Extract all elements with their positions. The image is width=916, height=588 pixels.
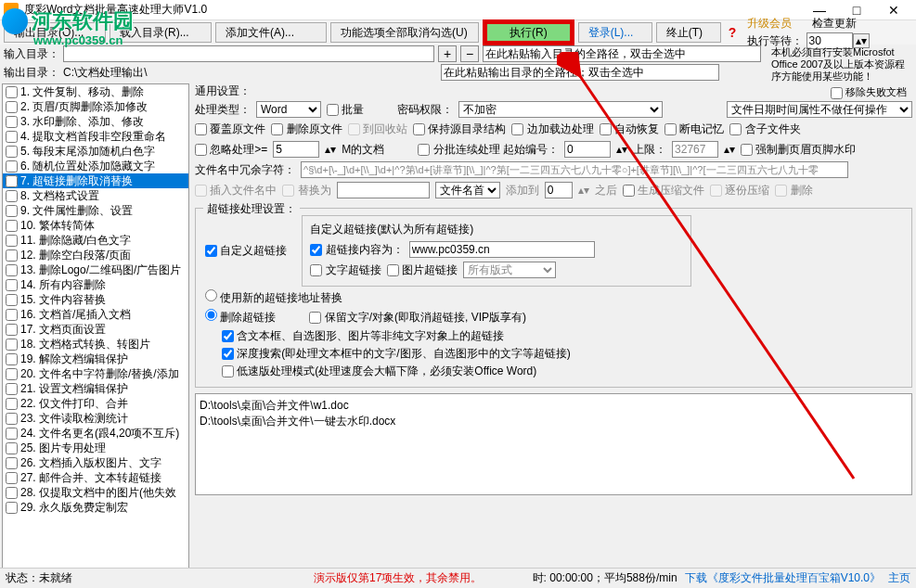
spinner-icon[interactable]: ▴▾ [616, 143, 627, 156]
ignore-cb[interactable]: 忽略处理>= [195, 142, 267, 158]
install-note: 本机必须自行安装Microsfot Office 2007及以上版本资源程序方能… [771, 46, 910, 83]
use-new-radio[interactable]: 使用新的超链接地址替换 [205, 289, 342, 306]
fname-pos-select[interactable]: 文件名首 [435, 182, 500, 198]
replace-as-cb[interactable]: 替换为 [282, 183, 330, 198]
sidebar-item-6[interactable]: 6. 随机位置处添加隐藏文字 [3, 159, 188, 173]
close-button[interactable]: ✕ [875, 1, 912, 19]
overwrite-cb[interactable]: 覆盖原文件 [195, 121, 265, 137]
force-hdr-cb[interactable]: 强制删页眉页脚水印 [741, 142, 856, 158]
log-output[interactable]: D:\tools\桌面\合并文件\w1.doc D:\tools\桌面\合并文件… [195, 393, 912, 495]
remove-input-button[interactable]: − [460, 45, 479, 62]
sidebar-item-19[interactable]: 19. 解除文档编辑保护 [3, 352, 188, 366]
replace-input[interactable] [337, 182, 430, 198]
sidebar-item-16[interactable]: 16. 文档首/尾插入文档 [3, 307, 188, 322]
sidebar-item-7[interactable]: 7. 超链接删除取消替换 [3, 173, 188, 188]
content-is-cb[interactable]: 超链接内容为： [310, 242, 403, 258]
inc-textbox-cb[interactable]: 含文本框、自选图形、图片等非纯文字对象上的超链接 [222, 328, 504, 344]
demo-notice: 演示版仅第17项生效，其余禁用。 [314, 570, 482, 586]
custom-link-cb[interactable]: 自定义超链接 [205, 243, 287, 259]
sidebar-item-17[interactable]: 17. 文档页面设置 [3, 322, 188, 337]
sidebar-item-20[interactable]: 20. 文件名中字符删除/替换/添加 [3, 366, 188, 381]
sidebar-item-10[interactable]: 10. 繁体转简体 [3, 218, 188, 233]
deep-search-cb[interactable]: 深度搜索(即处理文本框中的文字/图形、自选图形中的文字等超链接) [222, 346, 571, 362]
stop-button[interactable]: 终止(T) [656, 22, 721, 43]
auto-recover-cb[interactable]: 自动恢复 [600, 121, 659, 137]
sidebar-item-29[interactable]: 29. 永久版免费定制宏 [3, 500, 188, 515]
link-content-input[interactable] [409, 241, 595, 258]
del-orig-cb[interactable]: 删除原文件 [271, 121, 342, 137]
add-input-button[interactable]: + [438, 45, 457, 62]
download-link[interactable]: 下载《度彩文件批量处理百宝箱V10.0》 [685, 570, 881, 586]
login-button[interactable]: 登录(L)... [578, 22, 652, 43]
sidebar-item-14[interactable]: 14. 所有内容删除 [3, 277, 188, 292]
sidebar-item-26[interactable]: 26. 文档插入版权图片、文字 [3, 455, 188, 470]
fmt-select[interactable]: 所有版式 [463, 262, 556, 278]
sidebar-item-18[interactable]: 18. 文档格式转换、转图片 [3, 337, 188, 352]
sidebar-item-11[interactable]: 11. 删除隐藏/白色文字 [3, 233, 188, 248]
sidebar-item-4[interactable]: 4. 提取文档首段非空段重命名 [3, 129, 188, 144]
spinner-icon[interactable]: ▴▾ [578, 184, 589, 197]
sidebar-item-25[interactable]: 25. 图片专用处理 [3, 441, 188, 455]
sidebar-item-3[interactable]: 3. 水印删除、添加、修改 [3, 114, 188, 129]
output-dir-hint[interactable] [441, 64, 719, 81]
del-link-radio[interactable]: 删除超链接 [205, 309, 276, 326]
img-link-cb[interactable]: 图片超链接 [387, 262, 458, 278]
batch-checkbox[interactable]: 批量 [327, 102, 364, 118]
redundant-input[interactable] [301, 161, 848, 178]
breakpoint-cb[interactable]: 断电记忆 [664, 121, 724, 137]
ignore-val[interactable] [273, 141, 319, 158]
execute-button[interactable]: 执行(R) [485, 22, 572, 43]
sidebar-item-28[interactable]: 28. 仅提取文档中的图片(他失效 [3, 485, 188, 500]
spinner-icon[interactable]: ▴▾ [724, 143, 735, 156]
proc-type-select[interactable]: Word [256, 101, 321, 118]
sidebar-item-5[interactable]: 5. 每段末尾添加随机白色字 [3, 144, 188, 159]
input-dir-hint[interactable] [483, 45, 761, 62]
sidebar-item-22[interactable]: 22. 仅文件打印、合并 [3, 396, 188, 411]
redundant-label: 文件名中冗余字符： [195, 162, 295, 178]
sidebar-item-1[interactable]: 1. 文件复制、移动、删除 [3, 84, 188, 99]
load-dir-button[interactable]: 载入目录(R)... [110, 22, 212, 43]
delete-cb[interactable]: 删除 [775, 183, 812, 198]
spinner-icon[interactable]: ▴▾ [325, 143, 336, 156]
add-to-val[interactable] [545, 182, 573, 198]
sidebar-item-27[interactable]: 27. 邮件合并、文本转超链接 [3, 470, 188, 485]
input-dir-field[interactable] [63, 45, 434, 62]
sidebar-item-23[interactable]: 23. 文件读取检测统计 [3, 411, 188, 426]
sidebar-item-12[interactable]: 12. 删除空白段落/页面 [3, 248, 188, 262]
include-sub-cb[interactable]: 含子文件夹 [729, 121, 800, 137]
sidebar-item-2[interactable]: 2. 页眉/页脚删除添加修改 [3, 99, 188, 114]
app-icon [4, 3, 19, 18]
batch-cont-cb[interactable]: 分批连续处理 起始编号： [418, 142, 559, 158]
sidebar-item-15[interactable]: 15. 文件内容替换 [3, 292, 188, 307]
low-speed-cb[interactable]: 低速版处理模式(处理速度会大幅下降，必须安装Office Word) [222, 364, 536, 379]
status-label: 状态： [6, 570, 39, 586]
sidebar-item-8[interactable]: 8. 文档格式设置 [3, 188, 188, 203]
uncheck-all-button[interactable]: 功能选项全部取消勾选(U) [330, 22, 479, 43]
text-link-cb[interactable]: 文字超链接 [310, 262, 381, 278]
help-icon[interactable]: ? [729, 25, 737, 40]
keep-struct-cb[interactable]: 保持源目录结构 [413, 121, 506, 137]
add-file-button[interactable]: 添加文件(A)... [215, 22, 327, 43]
keep-text-cb[interactable]: 保留文字/对象(即取消超链接, VIP版享有) [309, 310, 526, 326]
sidebar-item-24[interactable]: 24. 文件名更名(跟4,20项不互斥) [3, 426, 188, 441]
sidebar-item-13[interactable]: 13. 删除Logo/二维码图/广告图片 [3, 262, 188, 277]
function-list[interactable]: 1. 文件复制、移动、删除2. 页眉/页脚删除添加修改3. 水印删除、添加、修改… [2, 83, 189, 579]
status-time: 时: 00:00:00；平均588份/min [533, 570, 677, 586]
sidebar-item-21[interactable]: 21. 设置文档编辑保护 [3, 381, 188, 396]
copy-zip-cb[interactable]: 逐份压缩 [710, 183, 769, 198]
edge-load-cb[interactable]: 边加载边处理 [511, 121, 593, 137]
start-num[interactable] [564, 141, 611, 158]
remove-fail-checkbox[interactable]: 移除失败文档 [831, 86, 907, 97]
upgrade-link[interactable]: 升级会员 [747, 17, 792, 30]
sidebar-item-9[interactable]: 9. 文件属性删除、设置 [3, 203, 188, 218]
gen-zip-cb[interactable]: 生成压缩文件 [623, 183, 704, 198]
check-update-link[interactable]: 检查更新 [812, 17, 857, 30]
date-attr-select[interactable]: 文件日期时间属性不做任何操作 [727, 101, 912, 118]
upper-val[interactable] [672, 141, 718, 158]
recycle-cb[interactable]: 到回收站 [348, 121, 407, 137]
input-dir-label: 输入目录： [4, 46, 59, 62]
output-dir-button[interactable]: 输出目录(O)... [4, 22, 106, 43]
pwd-select[interactable]: 不加密 [458, 101, 663, 118]
home-link[interactable]: 主页 [888, 570, 910, 586]
insert-fname-cb[interactable]: 插入文件名中 [195, 183, 277, 198]
